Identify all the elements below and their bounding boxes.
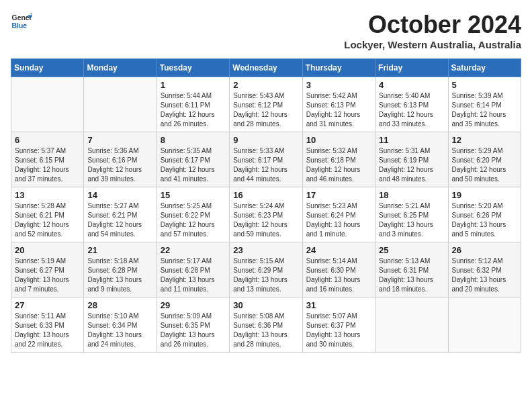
calendar-cell: 1Sunrise: 5:44 AM Sunset: 6:11 PM Daylig… [157, 77, 229, 132]
day-number: 9 [233, 135, 298, 145]
day-number: 17 [306, 190, 371, 200]
day-number: 18 [379, 190, 444, 200]
calendar-cell: 16Sunrise: 5:24 AM Sunset: 6:23 PM Dayli… [230, 187, 302, 242]
day-number: 4 [379, 80, 444, 90]
day-number: 14 [87, 190, 152, 200]
calendar-cell: 20Sunrise: 5:19 AM Sunset: 6:27 PM Dayli… [11, 242, 84, 298]
day-number: 1 [161, 80, 226, 90]
day-number: 28 [87, 300, 152, 310]
day-number: 10 [306, 135, 371, 145]
calendar-cell: 27Sunrise: 5:11 AM Sunset: 6:33 PM Dayli… [11, 298, 84, 353]
cell-content: Sunrise: 5:20 AM Sunset: 6:26 PM Dayligh… [452, 201, 517, 239]
day-number: 24 [306, 245, 371, 255]
cell-content: Sunrise: 5:13 AM Sunset: 6:31 PM Dayligh… [379, 257, 444, 294]
calendar-cell: 13Sunrise: 5:28 AM Sunset: 6:21 PM Dayli… [11, 187, 84, 242]
day-number: 31 [306, 300, 371, 310]
cell-content: Sunrise: 5:31 AM Sunset: 6:19 PM Dayligh… [379, 146, 444, 184]
day-number: 11 [379, 135, 444, 145]
calendar-cell: 19Sunrise: 5:20 AM Sunset: 6:26 PM Dayli… [448, 187, 521, 242]
day-header-friday: Friday [375, 59, 448, 77]
cell-content: Sunrise: 5:19 AM Sunset: 6:27 PM Dayligh… [15, 257, 80, 294]
calendar-cell: 17Sunrise: 5:23 AM Sunset: 6:24 PM Dayli… [302, 187, 375, 242]
logo-icon: General Blue [11, 11, 32, 32]
week-row-2: 6Sunrise: 5:37 AM Sunset: 6:15 PM Daylig… [11, 132, 521, 187]
day-number: 2 [233, 80, 298, 90]
svg-text:Blue: Blue [12, 22, 28, 30]
cell-content: Sunrise: 5:11 AM Sunset: 6:33 PM Dayligh… [15, 312, 80, 349]
day-header-sunday: Sunday [11, 59, 84, 77]
day-number: 29 [161, 300, 226, 310]
cell-content: Sunrise: 5:35 AM Sunset: 6:17 PM Dayligh… [161, 146, 226, 184]
cell-content: Sunrise: 5:14 AM Sunset: 6:30 PM Dayligh… [306, 257, 371, 294]
day-number: 23 [233, 245, 298, 255]
cell-content: Sunrise: 5:08 AM Sunset: 6:36 PM Dayligh… [233, 312, 298, 349]
day-header-saturday: Saturday [448, 59, 521, 77]
calendar-cell: 31Sunrise: 5:07 AM Sunset: 6:37 PM Dayli… [302, 298, 375, 353]
week-row-1: 1Sunrise: 5:44 AM Sunset: 6:11 PM Daylig… [11, 77, 521, 132]
calendar-table: SundayMondayTuesdayWednesdayThursdayFrid… [11, 58, 521, 353]
calendar-cell: 4Sunrise: 5:40 AM Sunset: 6:13 PM Daylig… [375, 77, 448, 132]
calendar-cell: 29Sunrise: 5:09 AM Sunset: 6:35 PM Dayli… [157, 298, 229, 353]
day-number: 19 [452, 190, 517, 200]
day-number: 22 [161, 245, 226, 255]
cell-content: Sunrise: 5:27 AM Sunset: 6:21 PM Dayligh… [87, 201, 152, 239]
month-title: October 2024 [344, 11, 521, 39]
day-number: 20 [15, 245, 80, 255]
day-number: 21 [87, 245, 152, 255]
day-number: 5 [452, 80, 517, 90]
calendar-cell: 15Sunrise: 5:25 AM Sunset: 6:22 PM Dayli… [157, 187, 229, 242]
calendar-cell [11, 77, 84, 132]
day-header-thursday: Thursday [302, 59, 375, 77]
calendar-cell: 11Sunrise: 5:31 AM Sunset: 6:19 PM Dayli… [375, 132, 448, 187]
location-title: Lockyer, Western Australia, Australia [344, 39, 521, 50]
day-number: 26 [452, 245, 517, 255]
day-number: 15 [161, 190, 226, 200]
cell-content: Sunrise: 5:12 AM Sunset: 6:32 PM Dayligh… [452, 257, 517, 294]
day-number: 7 [87, 135, 152, 145]
calendar-cell: 23Sunrise: 5:15 AM Sunset: 6:29 PM Dayli… [230, 242, 302, 298]
cell-content: Sunrise: 5:28 AM Sunset: 6:21 PM Dayligh… [15, 201, 80, 239]
day-number: 30 [233, 300, 298, 310]
cell-content: Sunrise: 5:37 AM Sunset: 6:15 PM Dayligh… [15, 146, 80, 184]
cell-content: Sunrise: 5:15 AM Sunset: 6:29 PM Dayligh… [233, 257, 298, 294]
cell-content: Sunrise: 5:44 AM Sunset: 6:11 PM Dayligh… [161, 91, 226, 129]
cell-content: Sunrise: 5:39 AM Sunset: 6:14 PM Dayligh… [452, 91, 517, 129]
cell-content: Sunrise: 5:23 AM Sunset: 6:24 PM Dayligh… [306, 201, 371, 239]
title-block: October 2024 Lockyer, Western Australia,… [344, 11, 521, 50]
day-number: 16 [233, 190, 298, 200]
cell-content: Sunrise: 5:09 AM Sunset: 6:35 PM Dayligh… [161, 312, 226, 349]
cell-content: Sunrise: 5:21 AM Sunset: 6:25 PM Dayligh… [379, 201, 444, 239]
calendar-cell [375, 298, 448, 353]
cell-content: Sunrise: 5:29 AM Sunset: 6:20 PM Dayligh… [452, 146, 517, 184]
week-row-3: 13Sunrise: 5:28 AM Sunset: 6:21 PM Dayli… [11, 187, 521, 242]
calendar-cell: 26Sunrise: 5:12 AM Sunset: 6:32 PM Dayli… [448, 242, 521, 298]
calendar-cell: 22Sunrise: 5:17 AM Sunset: 6:28 PM Dayli… [157, 242, 229, 298]
calendar-cell: 14Sunrise: 5:27 AM Sunset: 6:21 PM Dayli… [84, 187, 157, 242]
day-header-tuesday: Tuesday [157, 59, 229, 77]
cell-content: Sunrise: 5:32 AM Sunset: 6:18 PM Dayligh… [306, 146, 371, 184]
day-number: 27 [15, 300, 80, 310]
calendar-cell: 18Sunrise: 5:21 AM Sunset: 6:25 PM Dayli… [375, 187, 448, 242]
week-row-4: 20Sunrise: 5:19 AM Sunset: 6:27 PM Dayli… [11, 242, 521, 298]
cell-content: Sunrise: 5:40 AM Sunset: 6:13 PM Dayligh… [379, 91, 444, 129]
calendar-cell: 5Sunrise: 5:39 AM Sunset: 6:14 PM Daylig… [448, 77, 521, 132]
calendar-cell: 8Sunrise: 5:35 AM Sunset: 6:17 PM Daylig… [157, 132, 229, 187]
calendar-cell: 30Sunrise: 5:08 AM Sunset: 6:36 PM Dayli… [230, 298, 302, 353]
calendar-cell: 25Sunrise: 5:13 AM Sunset: 6:31 PM Dayli… [375, 242, 448, 298]
day-header-wednesday: Wednesday [230, 59, 302, 77]
calendar-cell: 21Sunrise: 5:18 AM Sunset: 6:28 PM Dayli… [84, 242, 157, 298]
calendar-cell: 28Sunrise: 5:10 AM Sunset: 6:34 PM Dayli… [84, 298, 157, 353]
header-row: SundayMondayTuesdayWednesdayThursdayFrid… [11, 59, 521, 77]
cell-content: Sunrise: 5:07 AM Sunset: 6:37 PM Dayligh… [306, 312, 371, 349]
calendar-cell: 7Sunrise: 5:36 AM Sunset: 6:16 PM Daylig… [84, 132, 157, 187]
cell-content: Sunrise: 5:17 AM Sunset: 6:28 PM Dayligh… [161, 257, 226, 294]
calendar-cell: 3Sunrise: 5:42 AM Sunset: 6:13 PM Daylig… [302, 77, 375, 132]
calendar-cell: 6Sunrise: 5:37 AM Sunset: 6:15 PM Daylig… [11, 132, 84, 187]
day-number: 12 [452, 135, 517, 145]
calendar-cell: 2Sunrise: 5:43 AM Sunset: 6:12 PM Daylig… [230, 77, 302, 132]
day-number: 25 [379, 245, 444, 255]
cell-content: Sunrise: 5:10 AM Sunset: 6:34 PM Dayligh… [87, 312, 152, 349]
cell-content: Sunrise: 5:36 AM Sunset: 6:16 PM Dayligh… [87, 146, 152, 184]
cell-content: Sunrise: 5:43 AM Sunset: 6:12 PM Dayligh… [233, 91, 298, 129]
day-number: 3 [306, 80, 371, 90]
